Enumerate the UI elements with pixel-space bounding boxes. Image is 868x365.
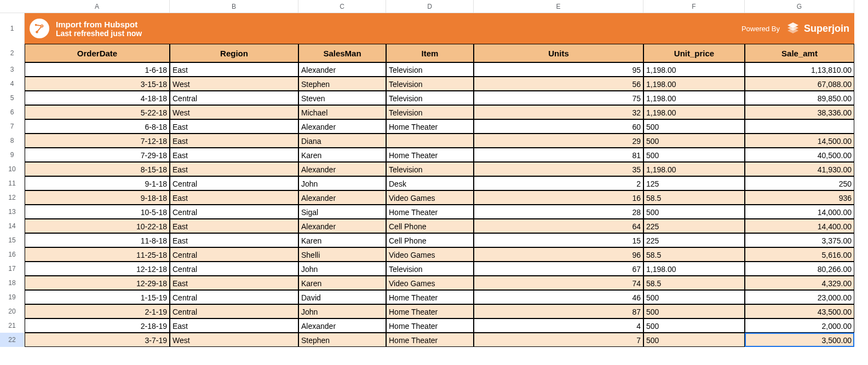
- row-header-3[interactable]: 3: [0, 62, 25, 77]
- cell-region[interactable]: Central: [170, 247, 298, 262]
- cell-unit-price[interactable]: 1,198.00: [643, 62, 745, 77]
- cell-orderdate[interactable]: 9-1-18: [25, 176, 170, 190]
- cell-item[interactable]: Television: [386, 77, 474, 91]
- cell-salesman[interactable]: Karen: [298, 148, 386, 162]
- cell-unit-price[interactable]: 500: [643, 119, 745, 134]
- cell-salesman[interactable]: Shelli: [298, 247, 386, 262]
- row-header-9[interactable]: 9: [0, 148, 25, 162]
- cell-sale-amt[interactable]: 14,400.00: [745, 219, 854, 233]
- cell-salesman[interactable]: Alexander: [298, 318, 386, 333]
- cell-unit-price[interactable]: 500: [643, 333, 745, 347]
- cell-orderdate[interactable]: 3-15-18: [25, 77, 170, 91]
- row-header-10[interactable]: 10: [0, 162, 25, 176]
- cell-unit-price[interactable]: 225: [643, 219, 745, 233]
- cell-unit-price[interactable]: 1,198.00: [643, 262, 745, 276]
- cell-sale-amt[interactable]: 3,375.00: [745, 233, 854, 247]
- cell-sale-amt[interactable]: 43,500.00: [745, 304, 854, 318]
- cell-item[interactable]: Television: [386, 62, 474, 77]
- cell-salesman[interactable]: Karen: [298, 233, 386, 247]
- cell-region[interactable]: East: [170, 219, 298, 233]
- row-header-20[interactable]: 20: [0, 304, 25, 318]
- cell-salesman[interactable]: Alexander: [298, 119, 386, 134]
- cell-units[interactable]: 29: [474, 134, 643, 148]
- row-header-11[interactable]: 11: [0, 176, 25, 190]
- cell-units[interactable]: 95: [474, 62, 643, 77]
- cell-units[interactable]: 7: [474, 333, 643, 347]
- cell-unit-price[interactable]: 500: [643, 304, 745, 318]
- cell-salesman[interactable]: Karen: [298, 276, 386, 290]
- cell-unit-price[interactable]: 225: [643, 233, 745, 247]
- row-header-2[interactable]: 2: [0, 44, 25, 62]
- row-header-22[interactable]: 22: [0, 333, 25, 347]
- row-header-1[interactable]: 1: [0, 13, 25, 44]
- cell-orderdate[interactable]: 2-1-19: [25, 304, 170, 318]
- cell-sale-amt[interactable]: 14,000.00: [745, 205, 854, 219]
- cell-item[interactable]: Home Theater: [386, 333, 474, 347]
- cell-region[interactable]: West: [170, 77, 298, 91]
- cell-orderdate[interactable]: 5-22-18: [25, 105, 170, 119]
- row-header-13[interactable]: 13: [0, 205, 25, 219]
- cell-item[interactable]: Video Games: [386, 190, 474, 205]
- col-header-F[interactable]: F: [643, 0, 745, 13]
- cell-unit-price[interactable]: 500: [643, 205, 745, 219]
- cell-units[interactable]: 74: [474, 276, 643, 290]
- cell-item[interactable]: Cell Phone: [386, 233, 474, 247]
- cell-region[interactable]: East: [170, 162, 298, 176]
- col-header-G[interactable]: G: [745, 0, 854, 13]
- cell-sale-amt[interactable]: 89,850.00: [745, 91, 854, 105]
- cell-unit-price[interactable]: 125: [643, 176, 745, 190]
- cell-units[interactable]: 15: [474, 233, 643, 247]
- cell-sale-amt[interactable]: 1,13,810.00: [745, 62, 854, 77]
- header-orderdate[interactable]: OrderDate: [25, 44, 170, 62]
- cell-region[interactable]: Central: [170, 91, 298, 105]
- cell-sale-amt[interactable]: 5,616.00: [745, 247, 854, 262]
- cell-region[interactable]: East: [170, 276, 298, 290]
- cell-units[interactable]: 16: [474, 190, 643, 205]
- cell-orderdate[interactable]: 6-8-18: [25, 119, 170, 134]
- cell-region[interactable]: Central: [170, 304, 298, 318]
- cell-sale-amt[interactable]: 2,000.00: [745, 318, 854, 333]
- row-header-18[interactable]: 18: [0, 276, 25, 290]
- cell-orderdate[interactable]: 12-29-18: [25, 276, 170, 290]
- cell-units[interactable]: 56: [474, 77, 643, 91]
- cell-salesman[interactable]: Stephen: [298, 333, 386, 347]
- cell-orderdate[interactable]: 11-25-18: [25, 247, 170, 262]
- cell-region[interactable]: East: [170, 148, 298, 162]
- col-header-C[interactable]: C: [298, 0, 386, 13]
- cell-orderdate[interactable]: 2-18-19: [25, 318, 170, 333]
- cell-orderdate[interactable]: 11-8-18: [25, 233, 170, 247]
- col-header-B[interactable]: B: [170, 0, 298, 13]
- cell-sale-amt[interactable]: 38,336.00: [745, 105, 854, 119]
- cell-region[interactable]: Central: [170, 262, 298, 276]
- row-header-8[interactable]: 8: [0, 134, 25, 148]
- cell-sale-amt[interactable]: [745, 119, 854, 134]
- cell-item[interactable]: Video Games: [386, 276, 474, 290]
- row-header-17[interactable]: 17: [0, 262, 25, 276]
- cell-units[interactable]: 35: [474, 162, 643, 176]
- cell-item[interactable]: Television: [386, 105, 474, 119]
- cell-unit-price[interactable]: 1,198.00: [643, 91, 745, 105]
- header-region[interactable]: Region: [170, 44, 298, 62]
- cell-salesman[interactable]: John: [298, 176, 386, 190]
- cell-item[interactable]: Video Games: [386, 247, 474, 262]
- cell-units[interactable]: 87: [474, 304, 643, 318]
- cell-sale-amt[interactable]: 80,266.00: [745, 262, 854, 276]
- cell-unit-price[interactable]: 500: [643, 148, 745, 162]
- row-header-19[interactable]: 19: [0, 290, 25, 304]
- cell-salesman[interactable]: John: [298, 304, 386, 318]
- cell-units[interactable]: 60: [474, 119, 643, 134]
- cell-sale-amt[interactable]: 67,088.00: [745, 77, 854, 91]
- cell-region[interactable]: East: [170, 318, 298, 333]
- header-units[interactable]: Units: [474, 44, 643, 62]
- cell-sale-amt[interactable]: 936: [745, 190, 854, 205]
- cell-orderdate[interactable]: 1-6-18: [25, 62, 170, 77]
- cell-orderdate[interactable]: 4-18-18: [25, 91, 170, 105]
- cell-unit-price[interactable]: 58.5: [643, 247, 745, 262]
- cell-sale-amt[interactable]: 41,930.00: [745, 162, 854, 176]
- cell-sale-amt[interactable]: 250: [745, 176, 854, 190]
- cell-units[interactable]: 67: [474, 262, 643, 276]
- cell-item[interactable]: Home Theater: [386, 290, 474, 304]
- cell-salesman[interactable]: Sigal: [298, 205, 386, 219]
- cell-item[interactable]: [386, 134, 474, 148]
- cell-orderdate[interactable]: 9-18-18: [25, 190, 170, 205]
